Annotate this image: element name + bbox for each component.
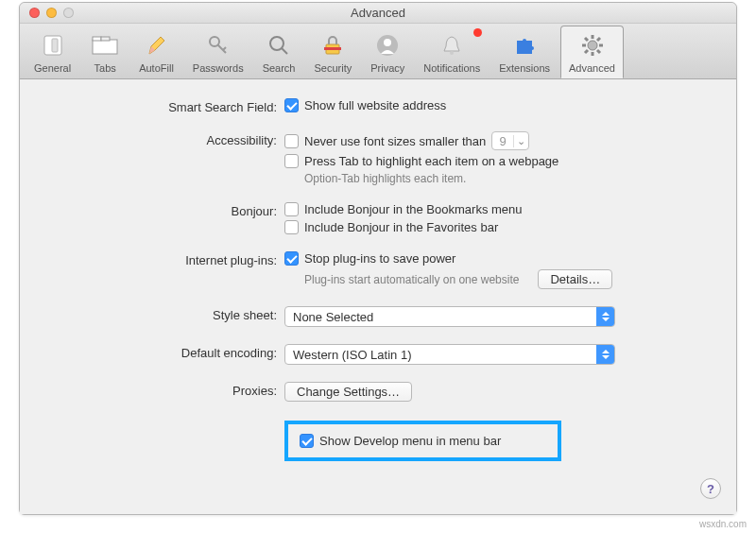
updown-icon <box>596 345 614 364</box>
tab-passwords[interactable]: Passwords <box>184 26 252 78</box>
svg-rect-8 <box>324 47 341 50</box>
tab-advanced[interactable]: Advanced <box>560 26 624 78</box>
svg-rect-3 <box>93 37 101 41</box>
tab-general[interactable]: General <box>26 26 79 78</box>
accessibility-label: Accessibility: <box>58 131 284 147</box>
plugins-label: Internet plug-ins: <box>58 251 284 267</box>
tab-privacy[interactable]: Privacy <box>362 26 413 78</box>
change-settings-button[interactable]: Change Settings… <box>284 382 412 402</box>
tab-label: Tabs <box>94 62 116 74</box>
stylesheet-value: None Selected <box>293 310 373 324</box>
window-title: Advanced <box>20 6 736 20</box>
tab-label: Extensions <box>499 62 550 74</box>
svg-point-10 <box>384 39 391 46</box>
key-icon <box>203 30 233 60</box>
svg-point-12 <box>588 41 597 50</box>
pencil-icon <box>141 30 171 60</box>
font-size-stepper[interactable]: 9 ⌄ <box>491 131 529 150</box>
bonjour-favorites-text: Include Bonjour in the Favorites bar <box>304 220 498 234</box>
details-button[interactable]: Details… <box>538 269 612 289</box>
show-full-address-text: Show full website address <box>304 98 446 112</box>
search-icon <box>264 30 294 60</box>
notification-badge <box>473 28 482 37</box>
tab-label: Advanced <box>569 62 615 74</box>
encoding-select[interactable]: Western (ISO Latin 1) <box>284 344 615 365</box>
chevron-down-icon: ⌄ <box>513 135 528 147</box>
font-size-value: 9 <box>492 134 513 148</box>
tab-security[interactable]: Security <box>305 26 360 78</box>
tabs-icon <box>90 30 120 60</box>
tab-label: Notifications <box>423 62 480 74</box>
bonjour-favorites-checkbox[interactable] <box>284 220 299 234</box>
switch-icon <box>38 30 68 60</box>
bonjour-label: Bonjour: <box>58 202 284 218</box>
option-tab-hint: Option-Tab highlights each item. <box>284 172 698 185</box>
svg-point-11 <box>450 51 454 55</box>
smart-search-label: Smart Search Field: <box>58 98 284 114</box>
encoding-label: Default encoding: <box>58 344 284 360</box>
never-smaller-checkbox[interactable] <box>284 134 299 148</box>
tab-label: Security <box>314 62 352 74</box>
titlebar: Advanced <box>20 3 736 24</box>
stop-plugins-text: Stop plug-ins to save power <box>304 251 455 266</box>
bonjour-bookmarks-text: Include Bonjour in the Bookmarks menu <box>304 202 523 216</box>
watermark: wsxdn.com <box>699 519 747 529</box>
svg-rect-2 <box>93 40 117 54</box>
help-button[interactable]: ? <box>700 478 721 499</box>
proxies-label: Proxies: <box>58 382 284 398</box>
content: Smart Search Field: Show full website ad… <box>20 79 736 514</box>
tab-search[interactable]: Search <box>254 26 304 78</box>
bell-icon <box>437 30 467 60</box>
press-tab-text: Press Tab to highlight each item on a we… <box>304 154 558 168</box>
svg-rect-4 <box>101 37 110 41</box>
tab-label: AutoFill <box>139 62 174 74</box>
encoding-value: Western (ISO Latin 1) <box>293 348 411 362</box>
show-develop-checkbox[interactable] <box>300 434 314 448</box>
tab-label: Privacy <box>370 62 404 74</box>
bonjour-bookmarks-checkbox[interactable] <box>284 202 299 216</box>
tab-extensions[interactable]: Extensions <box>490 26 558 78</box>
help-icon: ? <box>707 482 714 496</box>
updown-icon <box>596 307 614 326</box>
develop-highlight: Show Develop menu in menu bar <box>284 421 561 461</box>
tab-label: General <box>34 62 71 74</box>
gear-icon <box>577 30 608 60</box>
svg-rect-1 <box>52 39 58 52</box>
tab-label: Passwords <box>193 62 244 74</box>
lock-icon <box>318 30 348 60</box>
show-full-address-checkbox[interactable] <box>284 98 299 112</box>
stylesheet-label: Style sheet: <box>58 306 284 322</box>
toolbar: General Tabs AutoFill Passwords Search S… <box>20 24 736 79</box>
tab-label: Search <box>263 62 296 74</box>
stylesheet-select[interactable]: None Selected <box>284 306 615 327</box>
tab-tabs[interactable]: Tabs <box>81 26 129 78</box>
plugins-hint: Plug-ins start automatically on one webs… <box>304 273 519 286</box>
svg-point-6 <box>270 37 284 50</box>
never-smaller-text: Never use font sizes smaller than <box>304 134 486 148</box>
tab-autofill[interactable]: AutoFill <box>130 26 182 78</box>
puzzle-icon <box>509 30 540 60</box>
tab-notifications[interactable]: Notifications <box>415 26 489 78</box>
stop-plugins-checkbox[interactable] <box>284 251 299 266</box>
preferences-window: Advanced General Tabs AutoFill Passwords… <box>19 2 737 515</box>
privacy-icon <box>372 30 403 60</box>
press-tab-checkbox[interactable] <box>284 154 299 168</box>
show-develop-text: Show Develop menu in menu bar <box>319 434 501 448</box>
